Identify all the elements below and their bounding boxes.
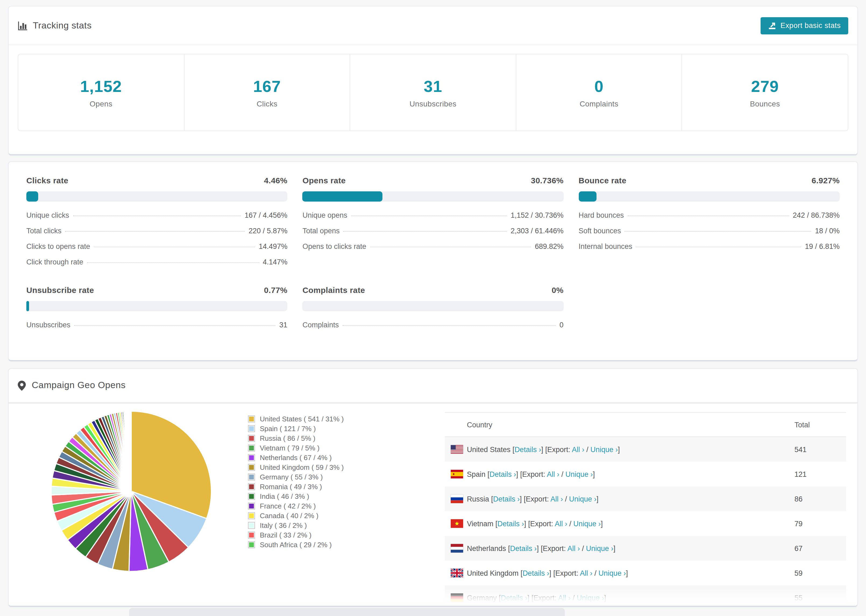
legend-swatch xyxy=(248,444,255,451)
country-cell: United States [Details ›] [Export: All ›… xyxy=(467,445,794,453)
dotted-leader xyxy=(627,215,789,216)
legend-item-germany[interactable]: Germany ( 55 / 3% ) xyxy=(248,472,344,482)
rate-progress-fill xyxy=(302,191,383,201)
table-row-united-kingdom: United Kingdom [Details ›] [Export: All … xyxy=(445,561,846,585)
legend-item-united-kingdom[interactable]: United Kingdom ( 59 / 3% ) xyxy=(248,462,344,472)
legend-label: Russia ( 86 / 5% ) xyxy=(260,434,315,442)
export-unique-link-russia[interactable]: Unique › xyxy=(569,495,597,503)
rate-detail-label: Unique opens xyxy=(302,211,348,219)
export-unique-link-united-kingdom[interactable]: Unique › xyxy=(598,569,626,577)
rate-detail-value: 19 / 6.81% xyxy=(805,242,840,250)
export-all-link-united-states[interactable]: All › xyxy=(572,445,584,453)
table-row-netherlands: Netherlands [Details ›] [Export: All › /… xyxy=(445,536,846,561)
total-cell: 541 xyxy=(794,445,846,453)
legend-item-spain[interactable]: Spain ( 121 / 7% ) xyxy=(248,424,344,433)
rate-detail-row: Total clicks220 / 5.87% xyxy=(26,227,288,242)
export-all-link-vietnam[interactable]: All › xyxy=(555,520,567,528)
stat-label: Opens xyxy=(90,99,112,108)
details-link-russia[interactable]: Details › xyxy=(493,495,520,503)
stat-value: 167 xyxy=(253,77,281,96)
export-all-link-netherlands[interactable]: All › xyxy=(567,544,580,552)
united-kingdom-flag-icon xyxy=(451,569,467,577)
rate-section-unsubscribe-rate: Unsubscribe rate0.77%Unsubscribes31 xyxy=(26,285,288,336)
legend-item-united-states[interactable]: United States ( 541 / 31% ) xyxy=(248,414,344,424)
rate-progress-fill xyxy=(26,191,38,201)
details-link-germany[interactable]: Details › xyxy=(501,594,527,602)
tracking-stats-title-text: Tracking stats xyxy=(33,20,92,31)
export-unique-link-united-states[interactable]: Unique › xyxy=(590,445,618,453)
rate-detail-label: Unsubscribes xyxy=(26,321,71,329)
total-cell: 55 xyxy=(794,594,846,602)
legend-swatch xyxy=(248,454,255,461)
rate-detail-label: Total opens xyxy=(302,227,340,235)
export-all-link-germany[interactable]: All › xyxy=(558,594,571,602)
legend-item-canada[interactable]: Canada ( 40 / 2% ) xyxy=(248,511,344,520)
legend-label: Romania ( 49 / 3% ) xyxy=(260,482,322,490)
dotted-leader xyxy=(343,325,556,326)
tracking-stats-card: Tracking stats Export basic stats 1,152O… xyxy=(8,6,858,156)
table-row-spain: Spain [Details ›] [Export: All › / Uniqu… xyxy=(445,462,846,486)
legend-item-italy[interactable]: Italy ( 36 / 2% ) xyxy=(248,520,344,530)
export-unique-link-netherlands[interactable]: Unique › xyxy=(586,544,614,552)
dotted-leader xyxy=(636,247,801,247)
pie-slice[interactable] xyxy=(131,411,131,491)
details-link-spain[interactable]: Details › xyxy=(490,470,516,478)
geo-table-rows: United States [Details ›] [Export: All ›… xyxy=(445,437,846,607)
total-cell: 67 xyxy=(794,544,846,552)
export-all-link-russia[interactable]: All › xyxy=(551,495,563,503)
legend-item-france[interactable]: France ( 42 / 2% ) xyxy=(248,501,344,511)
rate-detail-value: 220 / 5.87% xyxy=(249,227,288,235)
export-unique-link-spain[interactable]: Unique › xyxy=(565,470,593,478)
details-link-vietnam[interactable]: Details › xyxy=(498,520,524,528)
export-unique-link-vietnam[interactable]: Unique › xyxy=(573,520,601,528)
legend-swatch xyxy=(248,435,255,442)
dotted-leader xyxy=(343,231,507,232)
rate-detail-label: Total clicks xyxy=(26,227,61,235)
export-basic-stats-button[interactable]: Export basic stats xyxy=(761,17,848,34)
rate-detail-value: 0 xyxy=(559,321,564,329)
rate-detail-row: Unique opens1,152 / 30.736% xyxy=(302,211,564,227)
country-cell: Spain [Details ›] [Export: All › / Uniqu… xyxy=(467,470,794,478)
legend-item-romania[interactable]: Romania ( 49 / 3% ) xyxy=(248,482,344,491)
export-all-link-spain[interactable]: All › xyxy=(547,470,559,478)
rate-value: 4.46% xyxy=(264,176,288,185)
rate-detail-value: 2,303 / 61.446% xyxy=(511,227,564,235)
stat-label: Bounces xyxy=(750,99,780,108)
rates-card: Clicks rate4.46%Unique clicks167 / 4.456… xyxy=(8,161,858,361)
legend-label: United States ( 541 / 31% ) xyxy=(260,415,344,423)
legend-item-russia[interactable]: Russia ( 86 / 5% ) xyxy=(248,433,344,443)
legend-swatch xyxy=(248,464,255,471)
stat-box-complaints: 0Complaints xyxy=(516,54,682,130)
details-link-netherlands[interactable]: Details › xyxy=(510,544,537,552)
table-row-united-states: United States [Details ›] [Export: All ›… xyxy=(445,437,846,462)
geo-table-header-row: Country Total xyxy=(445,413,846,437)
rate-detail-row: Unique clicks167 / 4.456% xyxy=(26,211,288,227)
dotted-leader xyxy=(74,325,276,326)
stat-label: Complaints xyxy=(579,99,618,108)
legend-item-netherlands[interactable]: Netherlands ( 67 / 4% ) xyxy=(248,453,344,462)
rate-detail-row: Hard bounces242 / 86.738% xyxy=(578,211,840,227)
total-cell: 86 xyxy=(794,495,846,503)
legend-item-brazil[interactable]: Brazil ( 33 / 2% ) xyxy=(248,530,344,540)
dotted-leader xyxy=(625,231,811,232)
rate-section-clicks-rate: Clicks rate4.46%Unique clicks167 / 4.456… xyxy=(26,176,288,273)
legend-item-vietnam[interactable]: Vietnam ( 79 / 5% ) xyxy=(248,443,344,453)
geo-pie-chart[interactable] xyxy=(49,410,213,573)
rate-detail-value: 31 xyxy=(279,321,288,329)
total-cell: 59 xyxy=(794,569,846,577)
stat-value: 279 xyxy=(751,77,779,96)
export-unique-link-germany[interactable]: Unique › xyxy=(576,594,604,602)
legend-label: Vietnam ( 79 / 5% ) xyxy=(260,444,320,452)
country-cell: Vietnam [Details ›] [Export: All › / Uni… xyxy=(467,520,794,528)
details-link-united-kingdom[interactable]: Details › xyxy=(523,569,549,577)
legend-swatch xyxy=(248,541,255,548)
stat-value: 0 xyxy=(594,77,603,96)
total-column-header: Total xyxy=(794,421,846,429)
details-link-united-states[interactable]: Details › xyxy=(515,445,541,453)
legend-item-south-africa[interactable]: South Africa ( 29 / 2% ) xyxy=(248,540,344,549)
export-all-link-united-kingdom[interactable]: All › xyxy=(580,569,592,577)
bottom-page-band xyxy=(129,608,565,616)
legend-label: Spain ( 121 / 7% ) xyxy=(260,424,316,432)
country-cell: Netherlands [Details ›] [Export: All › /… xyxy=(467,544,794,552)
legend-item-india[interactable]: India ( 46 / 3% ) xyxy=(248,491,344,501)
